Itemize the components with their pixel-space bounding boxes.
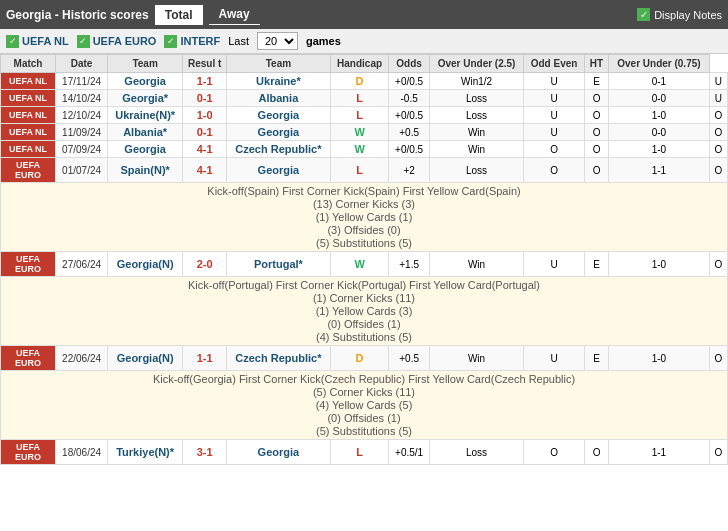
team-away-cell[interactable]: Ukraine* [227, 73, 331, 90]
col-team-home: Team [108, 55, 183, 73]
team-home-cell[interactable]: Spain(N)* [108, 158, 183, 183]
score-cell: 1-1 [183, 73, 227, 90]
date-cell: 27/06/24 [56, 252, 108, 277]
col-match: Match [1, 55, 56, 73]
result-cell: W [330, 141, 389, 158]
date-cell: 22/06/24 [56, 346, 108, 371]
handicap-cell: -0.5 [389, 90, 429, 107]
odds-cell: Win [429, 124, 523, 141]
header-bar: Georgia - Historic scores Total Away ✓ D… [0, 0, 728, 29]
team-away-cell[interactable]: Georgia [227, 440, 331, 465]
team-home-cell[interactable]: Georgia* [108, 90, 183, 107]
team-away-cell[interactable]: Georgia [227, 107, 331, 124]
display-notes-checkbox[interactable]: ✓ [637, 8, 650, 21]
ht-cell: 1-1 [609, 440, 710, 465]
date-cell: 14/10/24 [56, 90, 108, 107]
oe-cell: O [584, 90, 608, 107]
last-select[interactable]: 20 5 10 15 25 30 [257, 32, 298, 50]
oe-cell: O [584, 141, 608, 158]
score-cell: 1-0 [183, 107, 227, 124]
col-odds: Odds [389, 55, 429, 73]
score-cell: 4-1 [183, 141, 227, 158]
team-away-cell[interactable]: Georgia [227, 158, 331, 183]
oe-cell: E [584, 252, 608, 277]
filter-uefa-euro-checkbox[interactable]: ✓ [77, 35, 90, 48]
ou-cell: O [524, 141, 585, 158]
date-cell: 11/09/24 [56, 124, 108, 141]
team-home-cell[interactable]: Georgia [108, 73, 183, 90]
filter-uefa-nl-label: UEFA NL [22, 35, 69, 47]
result-cell: W [330, 124, 389, 141]
col-handicap: Handicap [330, 55, 389, 73]
date-cell: 07/09/24 [56, 141, 108, 158]
odds-cell: Win [429, 346, 523, 371]
competition-cell: UEFA EURO [1, 252, 56, 277]
result-cell: L [330, 158, 389, 183]
team-away-cell[interactable]: Georgia [227, 124, 331, 141]
handicap-cell: +1.5 [389, 252, 429, 277]
handicap-cell: +2 [389, 158, 429, 183]
filter-interf-checkbox[interactable]: ✓ [164, 35, 177, 48]
ou075-cell: O [709, 124, 727, 141]
competition-cell: UEFA NL [1, 124, 56, 141]
col-ht: HT [584, 55, 608, 73]
team-away-cell[interactable]: Albania [227, 90, 331, 107]
oe-cell: O [584, 440, 608, 465]
team-home-cell[interactable]: Georgia(N) [108, 252, 183, 277]
table-row: UEFA NL 07/09/24 Georgia 4-1 Czech Repub… [1, 141, 728, 158]
odds-cell: Win1/2 [429, 73, 523, 90]
filter-uefa-nl-checkbox[interactable]: ✓ [6, 35, 19, 48]
scores-table: Match Date Team Resul t Team Handicap Od… [0, 54, 728, 465]
team-home-cell[interactable]: Georgia(N) [108, 346, 183, 371]
tab-away[interactable]: Away [209, 4, 260, 25]
odds-cell: Win [429, 141, 523, 158]
team-home-cell[interactable]: Ukraine(N)* [108, 107, 183, 124]
filter-uefa-euro-label: UEFA EURO [93, 35, 157, 47]
result-cell: D [330, 73, 389, 90]
date-cell: 01/07/24 [56, 158, 108, 183]
handicap-cell: +0/0.5 [389, 141, 429, 158]
table-row: UEFA NL 14/10/24 Georgia* 0-1 Albania L … [1, 90, 728, 107]
date-cell: 12/10/24 [56, 107, 108, 124]
ou-cell: U [524, 346, 585, 371]
odds-cell: Loss [429, 107, 523, 124]
handicap-cell: +0.5 [389, 346, 429, 371]
table-row: UEFA EURO 27/06/24 Georgia(N) 2-0 Portug… [1, 252, 728, 277]
ou075-cell: U [709, 73, 727, 90]
score-cell: 3-1 [183, 440, 227, 465]
result-cell: L [330, 107, 389, 124]
ou-cell: U [524, 90, 585, 107]
team-home-cell[interactable]: Turkiye(N)* [108, 440, 183, 465]
filter-interf: ✓ INTERF [164, 35, 220, 48]
handicap-cell: +0.5/1 [389, 440, 429, 465]
ou075-cell: O [709, 440, 727, 465]
competition-cell: UEFA EURO [1, 440, 56, 465]
team-away-cell[interactable]: Portugal* [227, 252, 331, 277]
table-row: UEFA NL 17/11/24 Georgia 1-1 Ukraine* D … [1, 73, 728, 90]
competition-cell: UEFA NL [1, 141, 56, 158]
team-away-cell[interactable]: Czech Republic* [227, 141, 331, 158]
ou-cell: O [524, 158, 585, 183]
notes-content: Kick-off(Georgia) First Corner Kick(Czec… [1, 371, 728, 440]
result-cell: D [330, 346, 389, 371]
score-cell: 4-1 [183, 158, 227, 183]
date-cell: 17/11/24 [56, 73, 108, 90]
handicap-cell: +0.5 [389, 124, 429, 141]
ht-cell: 1-0 [609, 107, 710, 124]
result-cell: L [330, 440, 389, 465]
competition-cell: UEFA NL [1, 90, 56, 107]
ht-cell: 0-0 [609, 90, 710, 107]
ou075-cell: O [709, 252, 727, 277]
odds-cell: Win [429, 252, 523, 277]
ht-cell: 1-0 [609, 346, 710, 371]
competition-cell: UEFA EURO [1, 346, 56, 371]
notes-row: Kick-off(Portugal) First Corner Kick(Por… [1, 277, 728, 346]
ou075-cell: O [709, 346, 727, 371]
team-away-cell[interactable]: Czech Republic* [227, 346, 331, 371]
oe-cell: O [584, 124, 608, 141]
tab-total[interactable]: Total [155, 5, 203, 25]
team-home-cell[interactable]: Georgia [108, 141, 183, 158]
handicap-cell: +0/0.5 [389, 73, 429, 90]
team-home-cell[interactable]: Albania* [108, 124, 183, 141]
col-date: Date [56, 55, 108, 73]
